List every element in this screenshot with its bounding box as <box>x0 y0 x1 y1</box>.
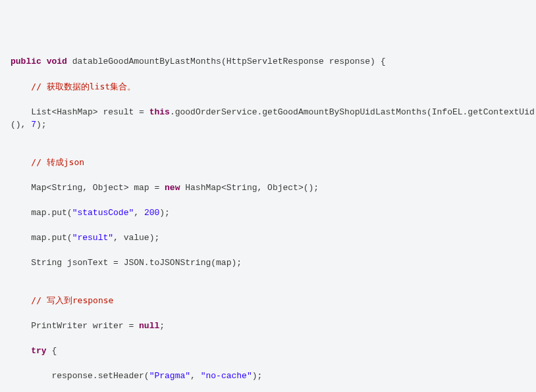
string: "Pragma" <box>149 371 190 381</box>
text <box>11 346 31 356</box>
keyword-null: null <box>139 321 159 331</box>
text: { <box>47 346 57 356</box>
comment: // 写入到response <box>11 295 113 305</box>
text: response.setHeader( <box>11 371 149 381</box>
code-line: Map<String, Object> map = new HashMap<St… <box>11 182 536 194</box>
code-line: List<HashMap> result = this.goodOrderSer… <box>11 106 536 131</box>
keyword-void: void <box>47 57 67 66</box>
comment: // 获取数据的list集合。 <box>11 82 136 91</box>
text: , value); <box>113 233 159 243</box>
text: String jsonText = JSON.toJSONString(map)… <box>11 258 242 268</box>
text: HashMap<String, Object>(); <box>180 183 319 193</box>
text: ); <box>252 371 263 381</box>
text: PrintWriter writer = <box>11 321 139 331</box>
number: 200 <box>144 208 159 218</box>
keyword-try: try <box>31 346 46 356</box>
text: , <box>134 208 144 218</box>
string: "result" <box>72 233 113 243</box>
code-line: // 转成json <box>11 156 536 169</box>
text <box>41 57 47 66</box>
code-line: String jsonText = JSON.toJSONString(map)… <box>11 257 536 269</box>
code-line: try { <box>11 345 536 357</box>
keyword-public: public <box>11 57 41 66</box>
text: ); <box>36 120 47 130</box>
code-line: map.put("result", value); <box>11 232 536 244</box>
code-line: // 写入到response <box>11 294 536 307</box>
text: ; <box>159 321 165 331</box>
text: datableGoodAmountByLastMonths(HttpServle… <box>67 57 386 66</box>
code-line: map.put("statusCode", 200); <box>11 207 536 219</box>
text: map.put( <box>11 233 72 243</box>
text: List<HashMap> result = <box>11 107 149 117</box>
keyword-this: this <box>149 107 170 117</box>
keyword-new: new <box>165 183 180 193</box>
code-line: PrintWriter writer = null; <box>11 320 536 332</box>
comment: // 转成json <box>11 157 84 167</box>
text: ); <box>159 208 170 218</box>
code-line: // 获取数据的list集合。 <box>11 80 536 93</box>
string: "no-cache" <box>201 371 252 381</box>
code-line: public void datableGoodAmountByLastMonth… <box>11 55 536 68</box>
code-line: response.setHeader("Pragma", "no-cache")… <box>11 370 536 382</box>
string: "statusCode" <box>72 208 134 218</box>
text: Map<String, Object> map = <box>11 183 165 193</box>
number: 7 <box>31 120 36 130</box>
text: , <box>190 371 201 381</box>
text: map.put( <box>11 208 72 218</box>
